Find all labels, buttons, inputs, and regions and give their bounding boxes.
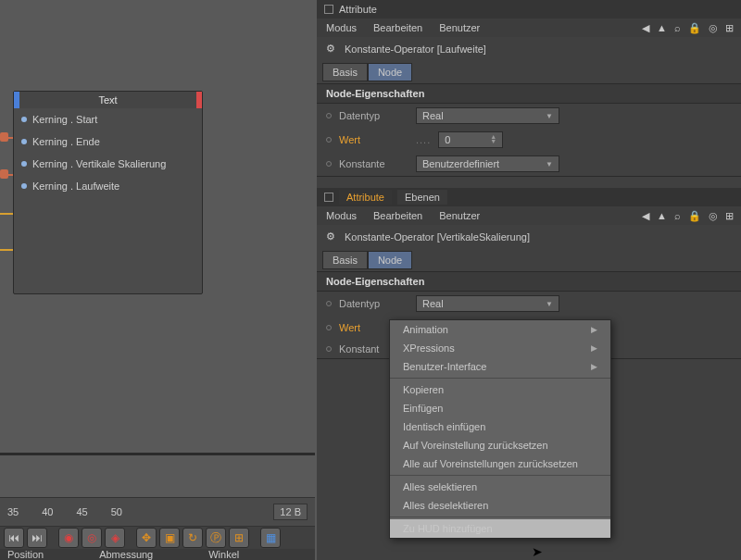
new-icon[interactable]: ⊞ — [725, 22, 734, 34]
search-icon[interactable]: ⌕ — [674, 210, 681, 222]
menu-add-to-hud[interactable]: Zu HUD hinzufügen — [390, 519, 610, 538]
menu-reset-all[interactable]: Alle auf Voreinstellungen zurücksetzen — [390, 454, 610, 473]
node-port[interactable]: Kerning . Start — [14, 108, 202, 131]
rotate-key-button[interactable]: ↻ — [182, 528, 203, 548]
goto-start-button[interactable]: ⏮ — [4, 528, 24, 548]
menu-separator — [390, 378, 610, 379]
anim-dot-icon[interactable] — [326, 346, 332, 352]
render-button[interactable]: ▦ — [260, 528, 281, 548]
status-bar: Position Abmessung Winkel — [0, 549, 315, 560]
panel-toggle-icon[interactable] — [324, 5, 333, 14]
param-key-button[interactable]: Ⓟ — [206, 528, 226, 548]
target-icon[interactable]: ◎ — [709, 210, 718, 222]
nav-up-icon[interactable]: ▲ — [657, 210, 667, 222]
port-label: Kerning . Vertikale Skalierung — [32, 158, 166, 169]
anim-dot-icon[interactable] — [326, 113, 332, 118]
port-label: Kerning . Laufweite — [32, 180, 119, 192]
tab-basis[interactable]: Basis — [322, 251, 368, 269]
menu-copy[interactable]: Kopieren — [390, 380, 610, 399]
record-button[interactable]: ◉ — [58, 528, 79, 548]
menu-label: Zu HUD hinzufügen — [403, 523, 493, 534]
lock-icon[interactable]: 🔒 — [688, 22, 701, 34]
menu-xpressions[interactable]: XPressions▶ — [390, 339, 610, 357]
menu-paste: Einfügen — [390, 399, 610, 417]
submenu-arrow-icon: ▶ — [591, 362, 597, 371]
node-port[interactable]: Kerning . Vertikale Skalierung — [14, 153, 202, 175]
menu-label: XPressions — [403, 342, 455, 354]
attribute-panel-1: Attribute Modus Bearbeiten Benutzer ◀ ▲ … — [317, 0, 741, 177]
object-name: Konstante-Operator [Laufweite] — [345, 44, 486, 55]
dropdown-value: Real — [422, 298, 444, 309]
spinner-icon[interactable]: ▲▼ — [490, 134, 496, 145]
scale-key-button[interactable]: ▣ — [159, 528, 180, 548]
context-menu: Animation▶ XPressions▶ Benutzer-Interfac… — [389, 319, 611, 539]
panel-tab-attribute[interactable]: Attribute — [339, 190, 392, 205]
tab-node[interactable]: Node — [368, 251, 412, 269]
object-name: Konstante-Operator [VertikaleSkalierung] — [345, 231, 530, 243]
nav-back-icon[interactable]: ◀ — [642, 22, 649, 34]
nav-up-icon[interactable]: ▲ — [657, 22, 667, 34]
node-port[interactable]: Kerning . Ende — [14, 131, 202, 153]
new-icon[interactable]: ⊞ — [725, 210, 734, 222]
search-icon[interactable]: ⌕ — [674, 22, 681, 34]
dropdown-value: Real — [422, 110, 444, 121]
node-title-bar[interactable]: Text — [14, 92, 202, 108]
menu-deselect-all[interactable]: Alles deselektieren — [390, 496, 610, 515]
timeline-ruler[interactable]: 35 40 45 50 12 B — [0, 497, 315, 527]
object-header: ⚙ Konstante-Operator [Laufweite] — [317, 37, 741, 61]
panel-menubar: Modus Bearbeiten Benutzer ◀ ▲ ⌕ 🔒 ◎ ⊞ — [317, 206, 741, 225]
menu-benutzer[interactable]: Benutzer — [439, 210, 480, 221]
port-label: Kerning . Start — [32, 114, 97, 125]
menu-reset[interactable]: Auf Voreinstellung zurücksetzen — [390, 436, 610, 454]
menu-label: Alle auf Voreinstellungen zurücksetzen — [403, 458, 578, 469]
autokey-button[interactable]: ◎ — [82, 528, 102, 548]
datatype-dropdown[interactable]: Real▼ — [416, 107, 559, 124]
menu-user-interface[interactable]: Benutzer-Interface▶ — [390, 357, 610, 376]
menu-label: Alles selektieren — [403, 481, 477, 492]
nav-back-icon[interactable]: ◀ — [642, 210, 649, 222]
move-key-button[interactable]: ✥ — [136, 528, 157, 548]
tab-node[interactable]: Node — [368, 63, 412, 81]
node-window[interactable]: Text Kerning . Start Kerning . Ende Kern… — [13, 91, 203, 294]
menu-modus[interactable]: Modus — [326, 210, 357, 221]
anim-dot-icon[interactable] — [326, 301, 332, 306]
menu-label: Benutzer-Interface — [403, 361, 487, 372]
menu-animation[interactable]: Animation▶ — [390, 320, 610, 339]
constant-dropdown[interactable]: Benutzerdefiniert▼ — [416, 156, 559, 172]
panel-header[interactable]: Attribute — [317, 0, 741, 19]
menu-benutzer[interactable]: Benutzer — [439, 22, 480, 33]
keyframe-button[interactable]: ◈ — [105, 528, 125, 548]
port-label: Kerning . Ende — [32, 136, 100, 147]
menu-modus[interactable]: Modus — [326, 22, 357, 33]
anim-dot-icon[interactable] — [326, 137, 332, 143]
panel-tab-ebenen[interactable]: Ebenen — [397, 190, 447, 205]
timeline-tick: 45 — [77, 506, 88, 517]
lock-icon[interactable]: 🔒 — [688, 210, 701, 222]
pla-key-button[interactable]: ⊞ — [229, 528, 249, 548]
datatype-dropdown[interactable]: Real▼ — [416, 295, 559, 312]
goto-end-button[interactable]: ⏭ — [27, 528, 47, 548]
input-value: 0 — [445, 134, 450, 145]
target-icon[interactable]: ◎ — [709, 22, 718, 34]
menu-separator — [390, 475, 610, 476]
property-label: Konstante — [339, 158, 408, 169]
menu-select-all[interactable]: Alles selektieren — [390, 478, 610, 496]
value-input[interactable]: 0▲▼ — [438, 131, 503, 148]
dropdown-value: Benutzerdefiniert — [422, 158, 499, 169]
status-angle: Winkel — [208, 549, 239, 560]
menu-bearbeiten[interactable]: Bearbeiten — [373, 210, 422, 221]
panel-header[interactable]: AttributeEbenen — [317, 188, 741, 206]
node-port[interactable]: Kerning . Laufweite — [14, 175, 202, 197]
frame-counter[interactable]: 12 B — [273, 504, 308, 520]
panel-toggle-icon[interactable] — [324, 193, 333, 202]
timeline-tick: 35 — [7, 506, 19, 517]
property-label: Datentyp — [339, 110, 408, 121]
anim-dot-icon[interactable] — [326, 325, 332, 330]
section-header: Node-Eigenschaften — [317, 271, 741, 292]
attribute-tabs: Basis Node — [317, 61, 741, 83]
submenu-arrow-icon: ▶ — [591, 343, 597, 353]
menu-bearbeiten[interactable]: Bearbeiten — [373, 22, 422, 33]
anim-dot-icon[interactable] — [326, 161, 332, 167]
tab-basis[interactable]: Basis — [322, 63, 368, 81]
section-header: Node-Eigenschaften — [317, 83, 741, 104]
